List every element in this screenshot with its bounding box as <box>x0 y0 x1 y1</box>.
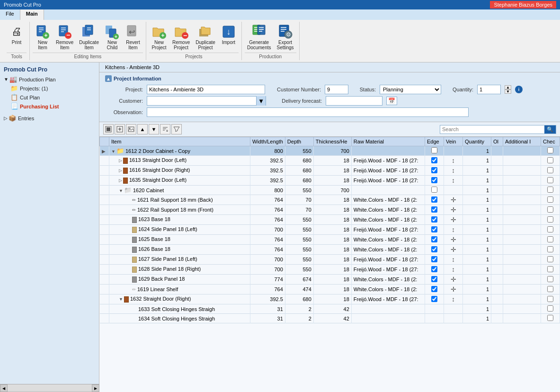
check-checkbox[interactable] <box>547 206 553 213</box>
check-checkbox[interactable] <box>547 167 553 173</box>
new-item-button[interactable]: + NewItem <box>33 23 53 52</box>
check-checkbox[interactable] <box>547 276 553 282</box>
th-additional[interactable]: Additional I <box>503 137 541 146</box>
check-checkbox[interactable] <box>547 157 553 163</box>
check-checkbox[interactable] <box>547 187 553 193</box>
tab-main[interactable]: Main <box>20 9 44 20</box>
edge-checkbox[interactable] <box>431 286 437 292</box>
spin-up[interactable]: ▲ <box>505 85 511 89</box>
new-child-button[interactable]: + NewChild <box>102 23 122 52</box>
customer-dropdown[interactable]: ▼ <box>256 96 266 106</box>
row-depth-cell: 680 <box>285 166 313 176</box>
toolbar-select-all[interactable] <box>103 124 114 134</box>
edge-checkbox[interactable] <box>431 157 437 163</box>
remove-project-icon: − <box>174 24 189 39</box>
edge-checkbox[interactable] <box>431 276 437 282</box>
duplicate-project-button[interactable]: DuplicateProject <box>193 23 218 52</box>
collapse-button[interactable]: ▲ <box>105 75 112 82</box>
toolbar-image[interactable] <box>126 124 136 134</box>
sidebar-item-production-plan[interactable]: ▼ 🏭 Production Plan <box>0 75 99 84</box>
edge-checkbox[interactable] <box>431 236 437 242</box>
th-ol[interactable]: Ol <box>491 137 503 146</box>
row-expand-btn[interactable]: ▼ <box>119 188 123 193</box>
sidebar-item-entries[interactable]: ▷ 📦 Entries <box>0 114 99 123</box>
remove-item-button[interactable]: − RemoveItem <box>53 23 76 52</box>
import-button[interactable]: ↓ Import <box>219 23 239 46</box>
edge-checkbox[interactable] <box>431 296 437 302</box>
project-input[interactable] <box>147 85 265 94</box>
export-settings-button[interactable]: ⚙ ExportSettings <box>274 23 296 52</box>
toolbar-up[interactable]: ▲ <box>137 124 148 134</box>
toolbar-filter[interactable] <box>171 124 182 134</box>
check-checkbox[interactable] <box>547 236 553 242</box>
observation-input[interactable] <box>147 107 469 117</box>
th-qty[interactable]: Quantity <box>463 137 491 146</box>
calendar-button[interactable]: 📅 <box>386 97 397 105</box>
quantity-input[interactable] <box>477 85 501 94</box>
edge-checkbox[interactable] <box>431 246 437 252</box>
check-checkbox[interactable] <box>547 147 553 153</box>
row-expand-btn[interactable]: ▼ <box>119 297 123 302</box>
duplicate-item-button[interactable]: DuplicateItem <box>77 23 101 52</box>
check-checkbox[interactable] <box>547 216 553 223</box>
edge-checkbox[interactable] <box>431 216 437 223</box>
edge-checkbox[interactable] <box>431 167 437 173</box>
search-button[interactable]: 🔍 <box>544 125 556 134</box>
customer-input[interactable] <box>147 98 256 104</box>
sidebar-item-purchasing-list[interactable]: 📃 Purchasing List <box>0 102 99 111</box>
edge-checkbox[interactable] <box>431 266 437 272</box>
toolbar-sort[interactable] <box>160 124 170 134</box>
row-expand-btn[interactable]: ▷ <box>119 158 122 163</box>
check-checkbox[interactable] <box>547 256 553 262</box>
revert-item-button[interactable]: ↩ RevertItem <box>123 23 143 52</box>
check-checkbox[interactable] <box>547 177 553 183</box>
th-width[interactable]: Width/Length <box>250 137 285 146</box>
edge-checkbox[interactable] <box>431 226 437 232</box>
quantity-spinner[interactable]: ▲ ▼ <box>505 85 511 94</box>
table-wrapper[interactable]: Item Width/Length Depth Thickness/He Raw… <box>99 137 560 392</box>
sidebar-scroll-right[interactable]: ▶ <box>92 384 99 392</box>
check-checkbox[interactable] <box>547 315 553 321</box>
row-expand-btn[interactable]: ▷ <box>119 178 122 183</box>
customer-number-input[interactable] <box>325 85 348 94</box>
th-depth[interactable]: Depth <box>285 137 313 146</box>
check-checkbox[interactable] <box>547 246 553 252</box>
status-select[interactable]: Planning In Progress Done <box>380 85 441 94</box>
th-item[interactable]: Item <box>109 137 250 146</box>
th-thickness[interactable]: Thickness/He <box>313 137 351 146</box>
edge-checkbox[interactable] <box>431 177 437 183</box>
row-expand-btn[interactable]: ▼ <box>111 149 116 154</box>
th-vein[interactable]: Vein <box>444 137 463 146</box>
delivery-forecast-input[interactable] <box>326 96 382 106</box>
th-material[interactable]: Raw Material <box>351 137 425 146</box>
edge-checkbox[interactable] <box>431 147 437 153</box>
edge-checkbox[interactable] <box>431 206 437 213</box>
check-checkbox[interactable] <box>547 196 553 203</box>
spin-down[interactable]: ▼ <box>505 89 511 94</box>
generate-documents-button[interactable]: GenerateDocuments <box>245 23 274 52</box>
th-check[interactable]: Chec <box>541 137 560 146</box>
search-input[interactable] <box>440 125 544 133</box>
check-checkbox[interactable] <box>547 296 553 302</box>
toolbar-add[interactable]: + <box>115 124 125 134</box>
th-edge[interactable]: Edge <box>425 137 444 146</box>
new-project-button[interactable]: + NewProject <box>149 23 169 52</box>
project-info-header[interactable]: ▲ Project Information <box>105 75 554 82</box>
edge-checkbox[interactable] <box>431 196 437 203</box>
check-checkbox[interactable] <box>547 286 553 292</box>
edge-checkbox[interactable] <box>431 187 437 193</box>
sidebar-scroll-track[interactable] <box>8 384 92 391</box>
check-checkbox[interactable] <box>547 266 553 272</box>
check-checkbox[interactable] <box>547 305 553 312</box>
toolbar-down[interactable]: ▼ <box>149 124 159 134</box>
sidebar-item-projects[interactable]: 📁 Projects: (1) <box>0 84 99 93</box>
print-button[interactable]: 🖨 Print <box>7 23 27 46</box>
edge-checkbox[interactable] <box>431 256 437 262</box>
sidebar-item-cut-plan[interactable]: 📋 Cut Plan <box>0 93 99 102</box>
check-checkbox[interactable] <box>547 226 553 232</box>
sidebar-scroll-left[interactable]: ◀ <box>0 384 8 392</box>
info-button[interactable]: i <box>515 86 523 93</box>
row-expand-btn[interactable]: ▷ <box>119 168 122 173</box>
remove-project-button[interactable]: − RemoveProject <box>170 23 192 52</box>
tab-file[interactable]: File <box>0 9 20 20</box>
